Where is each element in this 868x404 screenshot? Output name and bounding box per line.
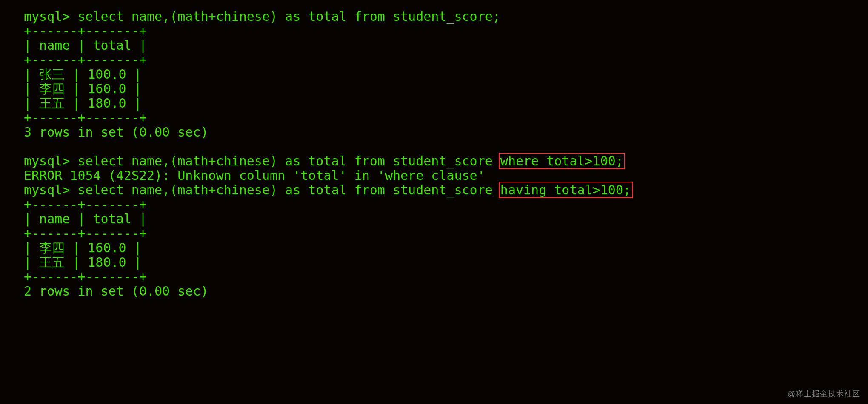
table-header: | name | total | (24, 212, 868, 226)
table-border: +------+-------+ (24, 226, 868, 241)
table-border: +------+-------+ (24, 24, 868, 38)
result-summary: 3 rows in set (0.00 sec) (24, 125, 868, 139)
watermark-label: @稀土掘金技术社区 (788, 389, 860, 399)
having-clause-highlight: having total>100; (500, 182, 631, 197)
result-summary: 2 rows in set (0.00 sec) (24, 284, 868, 299)
sql-query-3: mysql> select name,(math+chinese) as tot… (24, 183, 868, 197)
sql-query-2: mysql> select name,(math+chinese) as tot… (24, 154, 868, 168)
table-row: | 李四 | 160.0 | (24, 82, 868, 96)
table-header: | name | total | (24, 38, 868, 53)
sql-query-1: mysql> select name,(math+chinese) as tot… (24, 9, 868, 24)
error-message: ERROR 1054 (42S22): Unknown column 'tota… (24, 168, 868, 183)
table-row: | 李四 | 160.0 | (24, 241, 868, 255)
blank-line (24, 139, 868, 154)
table-border: +------+-------+ (24, 270, 868, 284)
table-border: +------+-------+ (24, 53, 868, 67)
table-border: +------+-------+ (24, 197, 868, 212)
mysql-terminal[interactable]: mysql> select name,(math+chinese) as tot… (0, 0, 868, 299)
table-row: | 王五 | 180.0 | (24, 255, 868, 270)
table-row: | 王五 | 180.0 | (24, 96, 868, 111)
where-clause-highlight: where total>100; (500, 154, 623, 168)
table-row: | 张三 | 100.0 | (24, 67, 868, 82)
table-border: +------+-------+ (24, 111, 868, 125)
